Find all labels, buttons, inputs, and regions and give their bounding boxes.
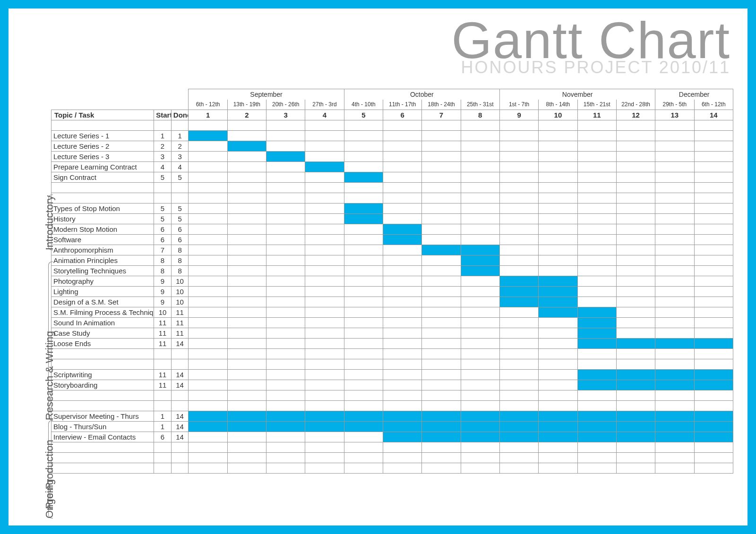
gantt-cell xyxy=(539,411,577,422)
gantt-cell xyxy=(266,245,305,255)
gantt-cell xyxy=(539,266,577,276)
gantt-cell xyxy=(539,276,577,287)
gantt-cell xyxy=(539,297,577,307)
gantt-cell xyxy=(577,245,616,255)
gantt-cell xyxy=(422,276,461,287)
task-start: 9 xyxy=(154,287,172,297)
gantt-cell xyxy=(694,214,733,224)
gantt-cell xyxy=(539,235,577,245)
task-done: 3 xyxy=(171,152,189,162)
month-cell: September xyxy=(189,89,344,100)
gantt-cell xyxy=(655,339,694,349)
task-start: 3 xyxy=(154,152,172,162)
gantt-cell xyxy=(616,297,655,307)
gantt-cell xyxy=(694,380,733,390)
spacer-row xyxy=(52,349,733,359)
task-start: 1 xyxy=(154,422,172,432)
task-name: Blog - Thurs/Sun xyxy=(52,422,154,432)
page-frame: Gantt Chart HONOURS PROJECT 2010/11 Sept… xyxy=(0,0,756,534)
gantt-cell xyxy=(422,318,461,328)
task-done: 10 xyxy=(171,287,189,297)
task-done: 8 xyxy=(171,245,189,255)
gantt-cell xyxy=(499,307,538,318)
gantt-cell xyxy=(539,203,577,214)
gantt-cell xyxy=(577,297,616,307)
gantt-cell xyxy=(344,235,383,245)
group-label: Introductory xyxy=(43,195,56,250)
date-range-row: 6th - 12th13th - 19th20th - 26th27th - 3… xyxy=(52,100,733,110)
gantt-cell xyxy=(344,411,383,422)
gantt-cell xyxy=(344,287,383,297)
gantt-cell xyxy=(499,235,538,245)
gantt-cell xyxy=(694,203,733,214)
week-range-cell: 6th - 12th xyxy=(694,100,733,110)
gantt-cell xyxy=(266,214,305,224)
gantt-cell xyxy=(227,214,266,224)
week-num-cell: 10 xyxy=(539,110,577,120)
gantt-cell xyxy=(577,339,616,349)
week-range-cell: 18th - 24th xyxy=(422,100,461,110)
task-row: Design of a S.M. Set 9 10 xyxy=(52,297,733,307)
week-range-cell: 4th - 10th xyxy=(344,100,383,110)
task-start: 1 xyxy=(154,131,172,141)
week-range-cell: 22nd - 28th xyxy=(616,100,655,110)
gantt-cell xyxy=(383,152,422,162)
gantt-cell xyxy=(227,370,266,380)
gantt-cell xyxy=(499,152,538,162)
week-range-cell: 13th - 19th xyxy=(227,100,266,110)
month-cell: December xyxy=(655,89,733,100)
gantt-cell xyxy=(499,339,538,349)
gantt-cell xyxy=(227,297,266,307)
gantt-cell xyxy=(616,172,655,183)
spacer-row xyxy=(52,120,733,131)
task-start: 6 xyxy=(154,235,172,245)
gantt-cell xyxy=(461,432,499,442)
week-num-cell: 4 xyxy=(305,110,344,120)
gantt-cell xyxy=(655,235,694,245)
gantt-cell xyxy=(461,224,499,235)
gantt-cell xyxy=(227,422,266,432)
task-done: 2 xyxy=(171,141,189,152)
gantt-cell xyxy=(305,370,344,380)
gantt-cell xyxy=(383,276,422,287)
gantt-cell xyxy=(694,328,733,339)
week-range-cell: 27th - 3rd xyxy=(305,100,344,110)
gantt-cell xyxy=(577,307,616,318)
task-row: Anthropomorphism 7 8 xyxy=(52,245,733,255)
gantt-cell xyxy=(189,141,227,152)
gantt-cell xyxy=(383,432,422,442)
gantt-cell xyxy=(344,172,383,183)
gantt-cell xyxy=(577,411,616,422)
gantt-cell xyxy=(461,245,499,255)
gantt-cell xyxy=(344,245,383,255)
gantt-cell xyxy=(227,131,266,141)
week-num-cell: 12 xyxy=(616,110,655,120)
gantt-cell xyxy=(383,203,422,214)
task-row: Animation Principles 8 8 xyxy=(52,255,733,266)
week-range-cell: 11th - 17th xyxy=(383,100,422,110)
gantt-cell xyxy=(227,162,266,172)
gantt-cell xyxy=(577,380,616,390)
gantt-cell xyxy=(227,307,266,318)
task-name: Lighting xyxy=(52,287,154,297)
gantt-cell xyxy=(616,318,655,328)
task-done: 8 xyxy=(171,266,189,276)
week-range-cell: 6th - 12th xyxy=(189,100,227,110)
task-done: 14 xyxy=(171,432,189,442)
gantt-cell xyxy=(266,141,305,152)
gantt-cell xyxy=(422,266,461,276)
gantt-cell xyxy=(189,432,227,442)
gantt-cell xyxy=(305,318,344,328)
gantt-cell xyxy=(266,307,305,318)
gantt-cell xyxy=(616,307,655,318)
chart-title: Gantt Chart xyxy=(451,18,730,62)
gantt-cell xyxy=(266,152,305,162)
gantt-cell xyxy=(422,411,461,422)
gantt-cell xyxy=(422,203,461,214)
gantt-cell xyxy=(189,411,227,422)
gantt-cell xyxy=(694,411,733,422)
task-start: 8 xyxy=(154,255,172,266)
gantt-cell xyxy=(577,255,616,266)
gantt-cell xyxy=(616,224,655,235)
gantt-cell xyxy=(616,432,655,442)
